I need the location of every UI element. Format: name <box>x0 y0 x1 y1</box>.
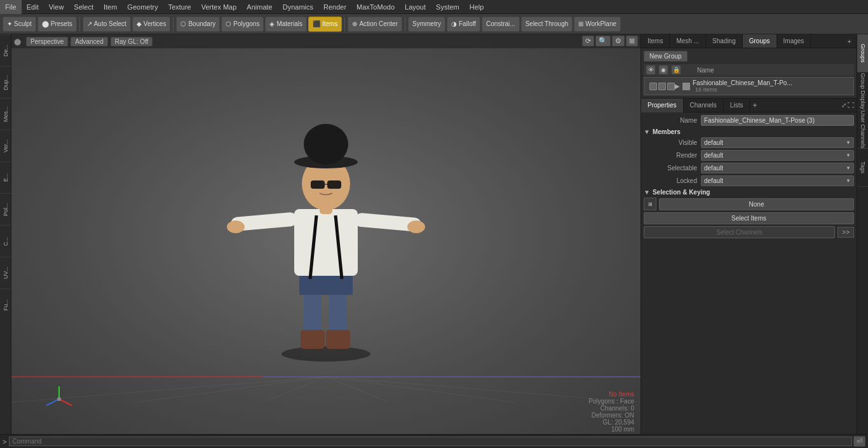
members-collapse-icon[interactable]: ▼ <box>644 128 650 135</box>
menu-dynamics[interactable]: Dynamics <box>278 0 318 14</box>
left-tabs: De... Dup... Mes... Ver... E... Pol... C… <box>0 34 11 434</box>
rs-tab-groupdisplay[interactable]: Group Display <box>857 72 868 111</box>
menu-maxtomodo[interactable]: MaxToModo <box>351 0 400 14</box>
svg-point-11 <box>227 221 245 233</box>
groups-panel: New Group 👁 ◉ 🔒 Name ▶ <box>641 48 857 98</box>
vp-rotate[interactable]: ⟳ <box>582 36 594 46</box>
left-tab-fu[interactable]: Fu... <box>0 288 11 320</box>
group-item[interactable]: ▶ Fashionable_Chinese_Man_T-Po... 16 Ite… <box>644 77 854 95</box>
svg-rect-2 <box>329 292 347 336</box>
rs-tab-userchannels[interactable]: User Channels <box>857 111 868 149</box>
boundary-button[interactable]: ⬡ Boundary <box>176 17 220 32</box>
left-tab-c[interactable]: C... <box>0 225 11 257</box>
sk-collapse-icon[interactable]: ▼ <box>644 189 650 196</box>
locked-select[interactable]: default ▼ <box>701 175 854 186</box>
new-group-button[interactable]: New Group <box>644 51 688 62</box>
materials-button[interactable]: ◈ Materials <box>265 17 307 32</box>
tab-groups[interactable]: Groups <box>743 34 777 48</box>
command-execute-button[interactable]: ⏎ <box>853 436 865 447</box>
advanced-button[interactable]: Advanced <box>71 37 107 46</box>
visible-select[interactable]: default ▼ <box>701 137 854 148</box>
symmetry-button[interactable]: Symmetry <box>408 17 445 32</box>
vp-settings[interactable]: ⚙ <box>612 36 625 46</box>
select-through-button[interactable]: Select Through <box>521 17 573 32</box>
separator-3 <box>344 17 345 31</box>
select-channels-button[interactable]: Select Channels <box>644 226 835 238</box>
polygons-button[interactable]: ⬡ Polygons <box>221 17 264 32</box>
right-side-tabs: Groups Group Display User Channels Tags <box>857 34 868 434</box>
left-tab-mes[interactable]: Mes... <box>0 98 11 130</box>
tab-items[interactable]: Items <box>641 34 670 48</box>
grid-lines <box>11 351 641 402</box>
menu-select[interactable]: Select <box>69 0 98 14</box>
select-items-button[interactable]: Select Items <box>644 212 854 224</box>
props-tab-lists[interactable]: Lists <box>724 98 750 112</box>
channels-status: Channels: 0 <box>588 405 634 412</box>
menu-item[interactable]: Item <box>98 0 122 14</box>
viewport[interactable]: ⬤ Perspective Advanced Ray GL: Off ⟳ 🔍 ⚙… <box>11 34 641 434</box>
selectable-select[interactable]: default ▼ <box>701 163 854 173</box>
lock-checkbox[interactable] <box>667 83 675 90</box>
workplane-button[interactable]: ⊞ WorkPlane <box>574 17 621 32</box>
vp-zoom-in[interactable]: 🔍 <box>595 36 611 46</box>
autoselect-icon: ↗ <box>87 20 92 27</box>
menu-help[interactable]: Help <box>465 0 489 14</box>
left-tab-dup[interactable]: Dup... <box>0 66 11 98</box>
menu-system[interactable]: System <box>431 0 465 14</box>
perspective-button[interactable]: Perspective <box>26 37 68 46</box>
menu-file[interactable]: File <box>0 0 22 14</box>
group-expand-arrow[interactable]: ▶ <box>675 83 680 90</box>
menu-texture[interactable]: Texture <box>163 0 196 14</box>
svg-line-25 <box>326 377 389 402</box>
props-tab-properties[interactable]: Properties <box>641 98 684 112</box>
left-tab-pol[interactable]: Pol... <box>0 193 11 225</box>
tab-images[interactable]: Images <box>777 34 811 48</box>
group-visibility-controls <box>649 83 675 90</box>
props-tab-channels[interactable]: Channels <box>684 98 724 112</box>
sk-expand-button[interactable]: >> <box>837 227 854 238</box>
menu-view[interactable]: View <box>44 0 69 14</box>
menu-edit[interactable]: Edit <box>22 0 44 14</box>
name-input[interactable]: Fashionable_Chinese_Man_T-Pose (3) <box>701 115 854 126</box>
render-checkbox[interactable] <box>658 83 666 90</box>
menu-animate[interactable]: Animate <box>241 0 277 14</box>
menu-geometry[interactable]: Geometry <box>122 0 163 14</box>
tab-shading[interactable]: Shading <box>706 34 743 48</box>
left-tab-de[interactable]: De... <box>0 34 11 66</box>
boundary-icon: ⬡ <box>180 20 186 27</box>
autoselect-button[interactable]: ↗ Auto Select <box>83 17 131 32</box>
left-tab-e[interactable]: E... <box>0 161 11 193</box>
gl-status: GL: 20,594 <box>588 419 634 426</box>
props-add-tab[interactable]: + <box>752 101 757 110</box>
menu-render[interactable]: Render <box>318 0 351 14</box>
render-select[interactable]: default ▼ <box>701 150 854 161</box>
command-prompt: > <box>3 438 6 445</box>
presets-button[interactable]: ⬤ Presets <box>37 17 77 32</box>
action-center-button[interactable]: ⊕ Action Center <box>348 17 402 32</box>
selectable-label: Selectable <box>644 165 701 172</box>
vis-checkbox[interactable] <box>649 83 657 90</box>
rs-tab-tags[interactable]: Tags <box>857 149 868 187</box>
sculpt-button[interactable]: ✦ Sculpt <box>3 17 36 32</box>
none-button[interactable]: None <box>659 198 854 210</box>
constraints-button[interactable]: Constrai... <box>482 17 520 32</box>
rs-tab-groups[interactable]: Groups <box>857 34 868 72</box>
raygl-button[interactable]: Ray GL: Off <box>111 37 153 46</box>
left-tab-uv[interactable]: UV... <box>0 257 11 288</box>
props-fullscreen-btn[interactable]: ⛶ <box>848 102 854 109</box>
svg-line-23 <box>137 377 326 402</box>
menu-layout[interactable]: Layout <box>400 0 431 14</box>
command-input[interactable] <box>9 437 852 446</box>
falloff-button[interactable]: ◑ Falloff <box>447 17 480 32</box>
left-tab-ver[interactable]: Ver... <box>0 130 11 161</box>
name-label: Name <box>644 117 701 124</box>
groups-header: 👁 ◉ 🔒 Name <box>644 64 854 76</box>
props-expand-btn[interactable]: ⤢ <box>841 102 846 109</box>
menu-vertexmap[interactable]: Vertex Map <box>196 0 242 14</box>
add-tab-button[interactable]: + <box>843 34 857 48</box>
vertices-button[interactable]: ◆ Vertices <box>132 17 171 32</box>
tab-mesh[interactable]: Mesh ... <box>670 34 706 48</box>
items-button[interactable]: ⬛ Items <box>308 17 342 32</box>
vp-expand[interactable]: ⊞ <box>626 36 638 46</box>
svg-line-24 <box>263 377 326 402</box>
